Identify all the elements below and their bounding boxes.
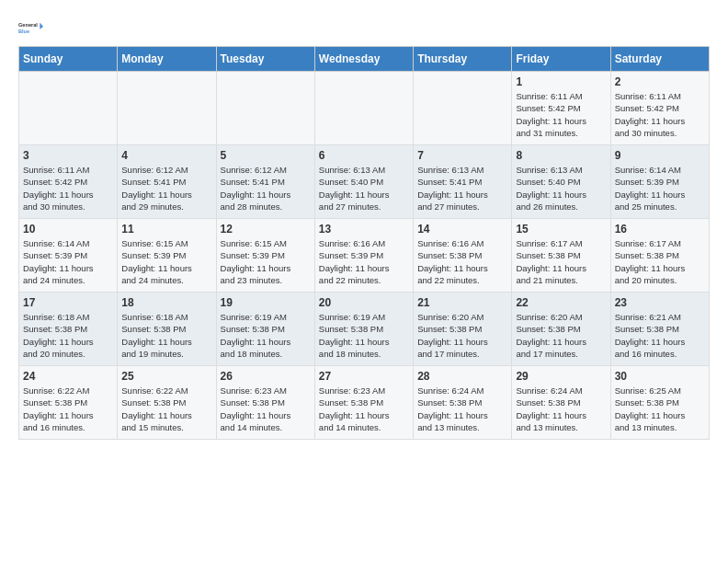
day-number: 2 (615, 75, 705, 88)
calendar-day-cell: 12Sunrise: 6:15 AM Sunset: 5:39 PM Dayli… (216, 219, 314, 293)
calendar-week-row: 3Sunrise: 6:11 AM Sunset: 5:42 PM Daylig… (19, 145, 710, 219)
day-info: Sunrise: 6:11 AM Sunset: 5:42 PM Dayligh… (615, 90, 705, 139)
calendar-day-cell: 15Sunrise: 6:17 AM Sunset: 5:38 PM Dayli… (512, 219, 610, 293)
day-info: Sunrise: 6:13 AM Sunset: 5:41 PM Dayligh… (417, 164, 507, 213)
day-info: Sunrise: 6:16 AM Sunset: 5:38 PM Dayligh… (417, 237, 507, 286)
day-number: 27 (319, 370, 409, 383)
day-info: Sunrise: 6:15 AM Sunset: 5:39 PM Dayligh… (221, 237, 311, 286)
calendar-day-cell: 9Sunrise: 6:14 AM Sunset: 5:39 PM Daylig… (610, 145, 709, 219)
calendar-day-cell: 17Sunrise: 6:18 AM Sunset: 5:38 PM Dayli… (19, 293, 118, 366)
calendar-day-cell (314, 72, 413, 145)
calendar-day-cell: 28Sunrise: 6:24 AM Sunset: 5:38 PM Dayli… (414, 366, 512, 440)
day-number: 10 (23, 223, 113, 236)
day-number: 16 (615, 223, 705, 236)
weekday-header: Friday (512, 47, 610, 72)
calendar-day-cell: 13Sunrise: 6:16 AM Sunset: 5:39 PM Dayli… (314, 219, 413, 293)
calendar-day-cell: 1Sunrise: 6:11 AM Sunset: 5:42 PM Daylig… (512, 72, 610, 145)
calendar-day-cell: 24Sunrise: 6:22 AM Sunset: 5:38 PM Dayli… (19, 366, 118, 440)
calendar-day-cell: 14Sunrise: 6:16 AM Sunset: 5:38 PM Dayli… (414, 219, 512, 293)
day-info: Sunrise: 6:13 AM Sunset: 5:40 PM Dayligh… (516, 164, 606, 213)
day-info: Sunrise: 6:12 AM Sunset: 5:41 PM Dayligh… (221, 164, 311, 213)
calendar-day-cell: 5Sunrise: 6:12 AM Sunset: 5:41 PM Daylig… (216, 145, 314, 219)
day-number: 3 (23, 149, 113, 162)
day-number: 13 (319, 223, 409, 236)
calendar-day-cell (414, 72, 512, 145)
calendar-header-row: SundayMondayTuesdayWednesdayThursdayFrid… (19, 47, 710, 72)
calendar-day-cell: 2Sunrise: 6:11 AM Sunset: 5:42 PM Daylig… (610, 72, 709, 145)
day-info: Sunrise: 6:11 AM Sunset: 5:42 PM Dayligh… (23, 164, 113, 213)
day-number: 22 (516, 296, 606, 309)
day-info: Sunrise: 6:20 AM Sunset: 5:38 PM Dayligh… (417, 311, 507, 360)
logo-icon: GeneralBlue (18, 15, 44, 40)
svg-text:Blue: Blue (18, 29, 29, 34)
day-number: 15 (516, 223, 606, 236)
weekday-header: Saturday (610, 47, 709, 72)
day-number: 9 (615, 149, 705, 162)
calendar-day-cell: 26Sunrise: 6:23 AM Sunset: 5:38 PM Dayli… (216, 366, 314, 440)
weekday-header: Thursday (414, 47, 512, 72)
day-number: 25 (121, 370, 211, 383)
day-info: Sunrise: 6:19 AM Sunset: 5:38 PM Dayligh… (319, 311, 409, 360)
day-info: Sunrise: 6:17 AM Sunset: 5:38 PM Dayligh… (516, 237, 606, 286)
day-info: Sunrise: 6:11 AM Sunset: 5:42 PM Dayligh… (516, 90, 606, 139)
day-info: Sunrise: 6:22 AM Sunset: 5:38 PM Dayligh… (23, 385, 113, 433)
day-info: Sunrise: 6:23 AM Sunset: 5:38 PM Dayligh… (221, 385, 311, 433)
day-info: Sunrise: 6:14 AM Sunset: 5:39 PM Dayligh… (23, 237, 113, 286)
day-info: Sunrise: 6:24 AM Sunset: 5:38 PM Dayligh… (516, 385, 606, 433)
day-info: Sunrise: 6:17 AM Sunset: 5:38 PM Dayligh… (615, 237, 705, 286)
calendar-day-cell: 3Sunrise: 6:11 AM Sunset: 5:42 PM Daylig… (19, 145, 118, 219)
day-info: Sunrise: 6:21 AM Sunset: 5:38 PM Dayligh… (615, 311, 705, 360)
svg-text:General: General (18, 22, 38, 28)
calendar-week-row: 1Sunrise: 6:11 AM Sunset: 5:42 PM Daylig… (19, 72, 710, 145)
day-number: 8 (516, 149, 606, 162)
calendar-day-cell: 6Sunrise: 6:13 AM Sunset: 5:40 PM Daylig… (314, 145, 413, 219)
calendar-day-cell: 7Sunrise: 6:13 AM Sunset: 5:41 PM Daylig… (414, 145, 512, 219)
calendar-day-cell: 8Sunrise: 6:13 AM Sunset: 5:40 PM Daylig… (512, 145, 610, 219)
calendar-day-cell: 25Sunrise: 6:22 AM Sunset: 5:38 PM Dayli… (118, 366, 216, 440)
day-info: Sunrise: 6:19 AM Sunset: 5:38 PM Dayligh… (221, 311, 311, 360)
day-number: 7 (417, 149, 507, 162)
day-number: 12 (221, 223, 311, 236)
calendar-day-cell: 22Sunrise: 6:20 AM Sunset: 5:38 PM Dayli… (512, 293, 610, 366)
day-info: Sunrise: 6:12 AM Sunset: 5:41 PM Dayligh… (121, 164, 211, 213)
calendar-day-cell: 10Sunrise: 6:14 AM Sunset: 5:39 PM Dayli… (19, 219, 118, 293)
day-number: 29 (516, 370, 606, 383)
day-info: Sunrise: 6:18 AM Sunset: 5:38 PM Dayligh… (23, 311, 113, 360)
page-header: GeneralBlue (18, 15, 710, 40)
day-info: Sunrise: 6:14 AM Sunset: 5:39 PM Dayligh… (615, 164, 705, 213)
calendar-day-cell: 30Sunrise: 6:25 AM Sunset: 5:38 PM Dayli… (610, 366, 709, 440)
day-number: 26 (221, 370, 311, 383)
day-number: 23 (615, 296, 705, 309)
day-number: 5 (221, 149, 311, 162)
svg-marker-2 (40, 22, 43, 29)
day-info: Sunrise: 6:23 AM Sunset: 5:38 PM Dayligh… (319, 385, 409, 433)
calendar-day-cell: 23Sunrise: 6:21 AM Sunset: 5:38 PM Dayli… (610, 293, 709, 366)
calendar-table: SundayMondayTuesdayWednesdayThursdayFrid… (18, 46, 710, 440)
day-number: 17 (23, 296, 113, 309)
day-number: 14 (417, 223, 507, 236)
day-number: 28 (417, 370, 507, 383)
day-info: Sunrise: 6:24 AM Sunset: 5:38 PM Dayligh… (417, 385, 507, 433)
calendar-day-cell (118, 72, 216, 145)
weekday-header: Wednesday (314, 47, 413, 72)
day-info: Sunrise: 6:22 AM Sunset: 5:38 PM Dayligh… (121, 385, 211, 433)
day-number: 18 (121, 296, 211, 309)
calendar-day-cell: 11Sunrise: 6:15 AM Sunset: 5:39 PM Dayli… (118, 219, 216, 293)
calendar-day-cell (19, 72, 118, 145)
calendar-day-cell: 19Sunrise: 6:19 AM Sunset: 5:38 PM Dayli… (216, 293, 314, 366)
weekday-header: Sunday (19, 47, 118, 72)
day-info: Sunrise: 6:20 AM Sunset: 5:38 PM Dayligh… (516, 311, 606, 360)
calendar-week-row: 24Sunrise: 6:22 AM Sunset: 5:38 PM Dayli… (19, 366, 710, 440)
day-info: Sunrise: 6:25 AM Sunset: 5:38 PM Dayligh… (615, 385, 705, 433)
day-number: 6 (319, 149, 409, 162)
day-number: 1 (516, 75, 606, 88)
calendar-day-cell: 16Sunrise: 6:17 AM Sunset: 5:38 PM Dayli… (610, 219, 709, 293)
day-info: Sunrise: 6:15 AM Sunset: 5:39 PM Dayligh… (121, 237, 211, 286)
day-info: Sunrise: 6:18 AM Sunset: 5:38 PM Dayligh… (121, 311, 211, 360)
calendar-week-row: 17Sunrise: 6:18 AM Sunset: 5:38 PM Dayli… (19, 293, 710, 366)
weekday-header: Tuesday (216, 47, 314, 72)
day-number: 24 (23, 370, 113, 383)
day-number: 4 (121, 149, 211, 162)
logo: GeneralBlue (18, 15, 44, 40)
day-number: 19 (221, 296, 311, 309)
